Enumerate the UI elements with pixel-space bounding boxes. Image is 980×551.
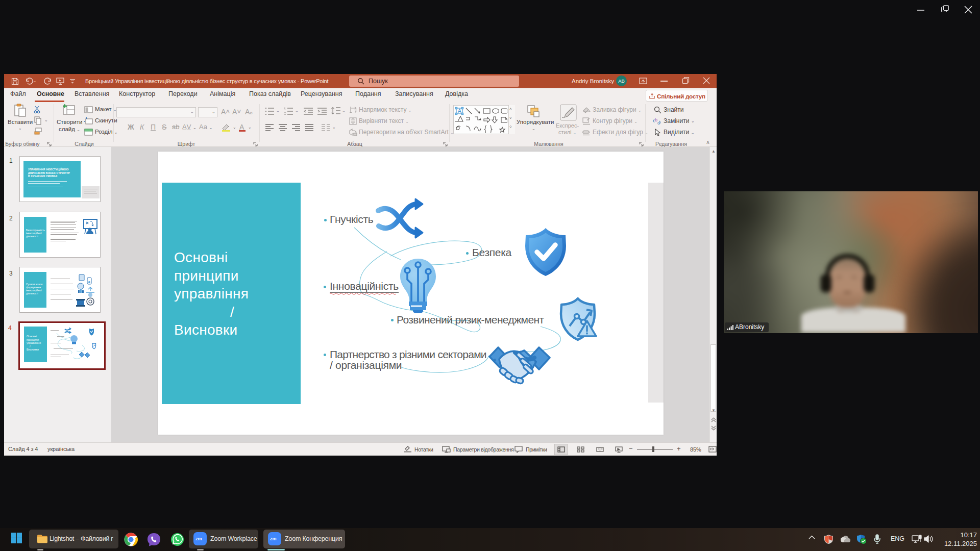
svg-text:A: A [458, 108, 461, 114]
